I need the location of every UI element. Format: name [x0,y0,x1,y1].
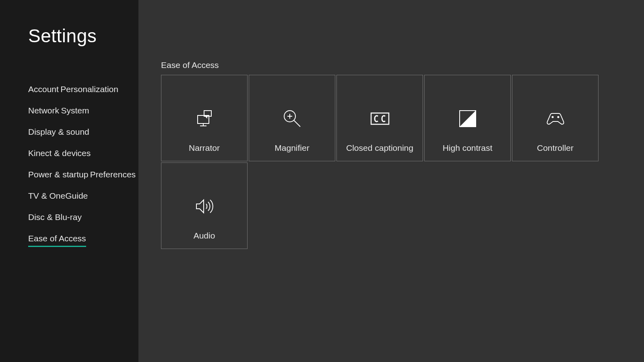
sidebar-item-label: Disc & Blu-ray [28,212,82,222]
high-contrast-icon [456,107,480,131]
svg-rect-8 [371,113,389,124]
magnifier-icon [280,107,304,131]
sidebar-item-label: Power & startup [28,170,88,179]
sidebar-item-preferences[interactable]: Preferences [90,170,136,179]
svg-line-5 [294,120,300,127]
tile-label: High contrast [443,143,493,153]
svg-point-10 [551,116,553,118]
sidebar: Settings Account Personalization Network… [0,0,138,362]
tile-label: Closed captioning [346,143,413,153]
sidebar-item-display-sound[interactable]: Display & sound [28,127,89,137]
sidebar-item-label: System [61,106,89,115]
sidebar-item-kinect-devices[interactable]: Kinect & devices [28,148,91,158]
sidebar-item-label: Ease of Access [28,234,86,243]
page-title: Settings [28,25,138,47]
tile-label: Magnifier [275,143,309,153]
sidebar-item-disc-bluray[interactable]: Disc & Blu-ray [28,212,82,222]
tile-audio[interactable]: Audio [161,162,248,249]
svg-point-11 [557,116,559,118]
sidebar-list: Account Personalization Network System D… [28,84,138,259]
tile-high-contrast[interactable]: High contrast [424,75,511,161]
sidebar-item-label: Display & sound [28,127,89,136]
audio-icon [192,194,217,218]
sidebar-item-label: TV & OneGuide [28,191,88,200]
main-panel: Ease of Access Narrator [138,0,644,362]
tile-grid: Narrator Magnifier [161,75,644,250]
sidebar-item-network[interactable]: Network [28,106,59,115]
sidebar-item-ease-of-access[interactable]: Ease of Access [28,234,86,247]
tile-label: Audio [194,231,215,241]
controller-icon [543,107,568,131]
tile-closed-captioning[interactable]: Closed captioning [336,75,423,161]
sidebar-item-tv-oneguide[interactable]: TV & OneGuide [28,191,88,201]
tile-controller[interactable]: Controller [512,75,599,161]
sidebar-item-power-startup[interactable]: Power & startup [28,170,88,179]
tile-magnifier[interactable]: Magnifier [249,75,335,161]
closed-captioning-icon [368,107,392,131]
sidebar-item-system[interactable]: System [61,106,89,115]
app-root: Settings Account Personalization Network… [0,0,644,362]
sidebar-item-account[interactable]: Account [28,84,59,94]
tile-label: Controller [537,143,574,153]
sidebar-item-label: Network [28,106,59,115]
sidebar-item-label: Kinect & devices [28,148,91,158]
sidebar-item-personalization[interactable]: Personalization [60,84,118,94]
tile-narrator[interactable]: Narrator [161,75,248,161]
section-title: Ease of Access [161,60,644,70]
sidebar-item-label: Personalization [60,84,118,94]
sidebar-item-label: Preferences [90,170,136,179]
narrator-icon [192,107,217,131]
tile-label: Narrator [189,143,220,153]
sidebar-item-label: Account [28,84,59,94]
